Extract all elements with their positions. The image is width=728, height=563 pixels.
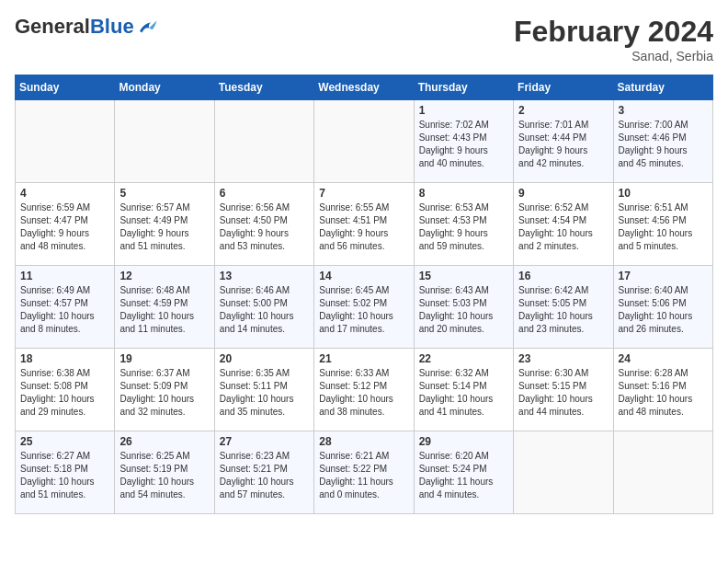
calendar-cell: 8Sunrise: 6:53 AMSunset: 4:53 PMDaylight… (414, 183, 513, 266)
day-number: 12 (119, 270, 209, 282)
calendar-table: SundayMondayTuesdayWednesdayThursdayFrid… (15, 75, 713, 514)
day-info: Sunrise: 6:42 AMSunset: 5:05 PMDaylight:… (518, 284, 608, 336)
calendar-cell: 23Sunrise: 6:30 AMSunset: 5:15 PMDayligh… (514, 349, 613, 431)
logo-general-text: General (15, 15, 90, 38)
calendar-cell: 16Sunrise: 6:42 AMSunset: 5:05 PMDayligh… (514, 266, 613, 349)
calendar-cell: 5Sunrise: 6:57 AMSunset: 4:49 PMDaylight… (115, 183, 214, 266)
calendar-cell: 27Sunrise: 6:23 AMSunset: 5:21 PMDayligh… (214, 431, 313, 514)
calendar-cell: 24Sunrise: 6:28 AMSunset: 5:16 PMDayligh… (613, 349, 712, 431)
calendar-cell: 19Sunrise: 6:37 AMSunset: 5:09 PMDayligh… (115, 349, 214, 431)
week-row-4: 18Sunrise: 6:38 AMSunset: 5:08 PMDayligh… (16, 349, 713, 431)
weekday-header-row: SundayMondayTuesdayWednesdayThursdayFrid… (16, 75, 713, 100)
day-number: 14 (319, 270, 408, 282)
day-info: Sunrise: 7:00 AMSunset: 4:46 PMDaylight:… (619, 119, 708, 170)
calendar-cell: 10Sunrise: 6:51 AMSunset: 4:56 PMDayligh… (613, 183, 712, 266)
weekday-header-wednesday: Wednesday (314, 75, 414, 100)
calendar-cell: 14Sunrise: 6:45 AMSunset: 5:02 PMDayligh… (314, 266, 414, 349)
day-number: 25 (20, 435, 109, 448)
calendar-cell: 7Sunrise: 6:55 AMSunset: 4:51 PMDaylight… (314, 183, 414, 266)
day-info: Sunrise: 6:38 AMSunset: 5:08 PMDaylight:… (20, 367, 109, 419)
day-number: 10 (619, 187, 708, 200)
day-info: Sunrise: 6:40 AMSunset: 5:06 PMDaylight:… (619, 284, 708, 336)
day-info: Sunrise: 6:30 AMSunset: 5:15 PMDaylight:… (518, 367, 608, 419)
day-number: 28 (319, 435, 408, 448)
weekday-header-sunday: Sunday (16, 75, 115, 100)
calendar-cell: 2Sunrise: 7:01 AMSunset: 4:44 PMDaylight… (514, 100, 613, 183)
day-number: 6 (220, 187, 309, 200)
logo-bird-icon (136, 17, 158, 36)
calendar-cell (214, 100, 313, 183)
location-text: Sanad, Serbia (514, 49, 713, 63)
day-info: Sunrise: 6:48 AMSunset: 4:59 PMDaylight:… (119, 284, 209, 336)
calendar-cell: 1Sunrise: 7:02 AMSunset: 4:43 PMDaylight… (414, 100, 513, 183)
day-info: Sunrise: 6:52 AMSunset: 4:54 PMDaylight:… (518, 201, 608, 253)
day-number: 19 (119, 352, 209, 365)
week-row-1: 1Sunrise: 7:02 AMSunset: 4:43 PMDaylight… (16, 100, 713, 183)
day-number: 5 (119, 187, 209, 200)
calendar-cell (115, 100, 214, 183)
day-info: Sunrise: 6:51 AMSunset: 4:56 PMDaylight:… (619, 201, 708, 253)
calendar-cell: 18Sunrise: 6:38 AMSunset: 5:08 PMDayligh… (16, 349, 115, 431)
day-info: Sunrise: 6:56 AMSunset: 4:50 PMDaylight:… (220, 201, 309, 253)
day-number: 21 (319, 352, 408, 365)
day-number: 15 (419, 270, 508, 282)
day-number: 26 (119, 435, 209, 448)
day-number: 1 (419, 104, 508, 117)
weekday-header-monday: Monday (115, 75, 214, 100)
calendar-cell: 9Sunrise: 6:52 AMSunset: 4:54 PMDaylight… (514, 183, 613, 266)
title-block: February 2024 Sanad, Serbia (514, 15, 713, 63)
weekday-header-thursday: Thursday (414, 75, 513, 100)
day-number: 2 (518, 104, 608, 117)
day-info: Sunrise: 6:57 AMSunset: 4:49 PMDaylight:… (119, 201, 209, 253)
calendar-cell: 21Sunrise: 6:33 AMSunset: 5:12 PMDayligh… (314, 349, 414, 431)
day-number: 4 (20, 187, 109, 200)
page-header: GeneralBlue February 2024 Sanad, Serbia (15, 15, 713, 63)
weekday-header-tuesday: Tuesday (214, 75, 313, 100)
day-info: Sunrise: 7:01 AMSunset: 4:44 PMDaylight:… (518, 119, 608, 170)
day-info: Sunrise: 6:28 AMSunset: 5:16 PMDaylight:… (619, 367, 708, 419)
day-info: Sunrise: 6:53 AMSunset: 4:53 PMDaylight:… (419, 201, 508, 253)
day-info: Sunrise: 7:02 AMSunset: 4:43 PMDaylight:… (419, 119, 508, 170)
calendar-cell (314, 100, 414, 183)
calendar-cell: 6Sunrise: 6:56 AMSunset: 4:50 PMDaylight… (214, 183, 313, 266)
day-number: 16 (518, 270, 608, 282)
day-number: 17 (619, 270, 708, 282)
day-number: 27 (220, 435, 309, 448)
day-info: Sunrise: 6:46 AMSunset: 5:00 PMDaylight:… (220, 284, 309, 336)
calendar-cell (613, 431, 712, 514)
calendar-cell: 11Sunrise: 6:49 AMSunset: 4:57 PMDayligh… (16, 266, 115, 349)
calendar-cell (16, 100, 115, 183)
day-number: 20 (220, 352, 309, 365)
logo-blue-text: Blue (90, 15, 134, 38)
calendar-cell: 28Sunrise: 6:21 AMSunset: 5:22 PMDayligh… (314, 431, 414, 514)
day-number: 7 (319, 187, 408, 200)
calendar-cell: 17Sunrise: 6:40 AMSunset: 5:06 PMDayligh… (613, 266, 712, 349)
day-info: Sunrise: 6:21 AMSunset: 5:22 PMDaylight:… (319, 450, 408, 501)
calendar-cell: 12Sunrise: 6:48 AMSunset: 4:59 PMDayligh… (115, 266, 214, 349)
day-info: Sunrise: 6:59 AMSunset: 4:47 PMDaylight:… (20, 201, 109, 253)
day-info: Sunrise: 6:37 AMSunset: 5:09 PMDaylight:… (119, 367, 209, 419)
day-info: Sunrise: 6:27 AMSunset: 5:18 PMDaylight:… (20, 450, 109, 501)
week-row-3: 11Sunrise: 6:49 AMSunset: 4:57 PMDayligh… (16, 266, 713, 349)
day-info: Sunrise: 6:20 AMSunset: 5:24 PMDaylight:… (419, 450, 508, 501)
day-number: 13 (220, 270, 309, 282)
month-title: February 2024 (514, 15, 713, 49)
weekday-header-saturday: Saturday (613, 75, 712, 100)
day-info: Sunrise: 6:33 AMSunset: 5:12 PMDaylight:… (319, 367, 408, 419)
day-info: Sunrise: 6:32 AMSunset: 5:14 PMDaylight:… (419, 367, 508, 419)
day-info: Sunrise: 6:49 AMSunset: 4:57 PMDaylight:… (20, 284, 109, 336)
day-number: 11 (20, 270, 109, 282)
calendar-cell: 13Sunrise: 6:46 AMSunset: 5:00 PMDayligh… (214, 266, 313, 349)
day-number: 8 (419, 187, 508, 200)
day-number: 23 (518, 352, 608, 365)
day-info: Sunrise: 6:23 AMSunset: 5:21 PMDaylight:… (220, 450, 309, 501)
day-info: Sunrise: 6:35 AMSunset: 5:11 PMDaylight:… (220, 367, 309, 419)
logo: GeneralBlue (15, 15, 158, 39)
calendar-cell: 22Sunrise: 6:32 AMSunset: 5:14 PMDayligh… (414, 349, 513, 431)
calendar-cell: 25Sunrise: 6:27 AMSunset: 5:18 PMDayligh… (16, 431, 115, 514)
weekday-header-friday: Friday (514, 75, 613, 100)
day-info: Sunrise: 6:45 AMSunset: 5:02 PMDaylight:… (319, 284, 408, 336)
calendar-cell: 20Sunrise: 6:35 AMSunset: 5:11 PMDayligh… (214, 349, 313, 431)
day-number: 29 (419, 435, 508, 448)
calendar-cell (514, 431, 613, 514)
